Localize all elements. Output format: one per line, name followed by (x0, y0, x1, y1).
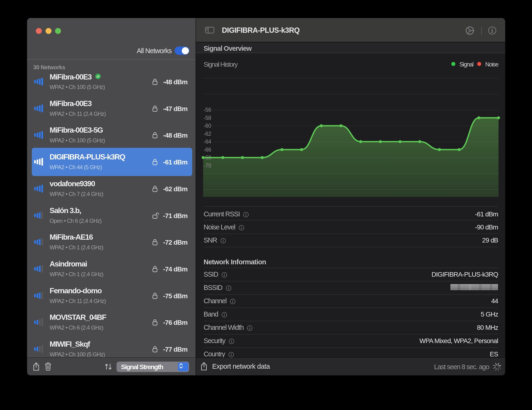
svg-text:-70: -70 (204, 162, 211, 169)
svg-text:-62: -62 (204, 131, 211, 137)
svg-text:-56: -56 (204, 107, 211, 113)
svg-text:-66: -66 (204, 147, 211, 153)
svg-text:-64: -64 (204, 139, 211, 145)
svg-text:-58: -58 (204, 115, 211, 121)
svg-text:-60: -60 (204, 123, 211, 129)
